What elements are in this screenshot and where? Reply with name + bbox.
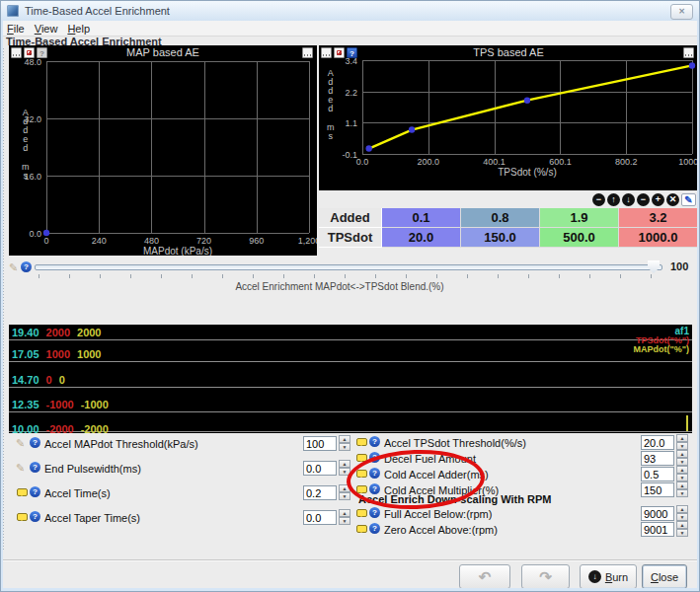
accel-tpsdot-threshold-s-spinner: ▲▼ [676, 434, 688, 451]
help-icon[interactable]: ? [369, 483, 380, 494]
curve-cell-added-3[interactable]: 3.2 [619, 208, 698, 228]
accel-tpsdot-threshold-s-spin-up[interactable]: ▲ [676, 434, 688, 442]
accel-tpsdot-threshold-s-input[interactable] [641, 435, 674, 450]
zero-accel-above-rpm-spin-up[interactable]: ▲ [676, 521, 688, 529]
decel-fuel-amount-spinner: ▲▼ [676, 450, 688, 467]
tpsdot-scale-value: -2000 [46, 423, 74, 433]
decrement-icon[interactable]: − [592, 193, 605, 206]
cold-accel-multiplier-spin-down[interactable]: ▼ [676, 489, 688, 497]
menu-bar: FileViewHelp [1, 21, 700, 37]
help-icon[interactable]: ? [30, 437, 40, 448]
graph-gridline [9, 339, 692, 340]
cold-accel-multiplier-input[interactable] [641, 482, 674, 497]
zoom-out-icon[interactable]: − [637, 193, 650, 206]
redo-button[interactable]: ↷ [521, 564, 570, 589]
decel-fuel-amount-spin-down[interactable]: ▼ [676, 458, 688, 466]
param-label-cold-accel-adder-ms: Cold Accel Adder(ms) [384, 469, 489, 481]
blend-slider-track[interactable] [35, 264, 662, 270]
tps-based-ae-chart[interactable]: TPS based AE ? 3.42.21.1-0.10.0200.0400.… [319, 45, 698, 190]
zoom-in-icon[interactable]: + [652, 193, 664, 206]
comment-bubble-icon [356, 485, 367, 493]
slider-tick [375, 274, 376, 278]
accel-tpsdot-threshold-s-spin-down[interactable]: ▼ [676, 442, 688, 450]
param-label-full-accel-below-rpm: Full Accel Below:(rpm) [384, 508, 492, 520]
curve-cell-tpsdot-3[interactable]: 1000.0 [619, 228, 698, 248]
pw-scale-value: 10.00 [12, 423, 39, 433]
help-icon[interactable]: ? [30, 511, 40, 522]
tpsdot-scale-value: -1000 [46, 399, 74, 410]
x-axis-title: MAPdot (kPa/s) [46, 246, 309, 256]
accel-time-s-input[interactable] [303, 485, 337, 500]
decel-fuel-amount-input[interactable] [641, 451, 674, 466]
menu-file[interactable]: File [7, 23, 25, 35]
shift-up-icon[interactable]: ↑ [607, 193, 620, 206]
cold-accel-multiplier-spin-up[interactable]: ▲ [676, 481, 688, 489]
help-icon[interactable]: ? [30, 462, 40, 473]
end-pulsewidth-ms-input[interactable] [303, 461, 337, 476]
x-axis-title: TPSdot (%/s) [362, 167, 692, 178]
cold-accel-adder-ms-input[interactable] [641, 467, 674, 481]
gridline [46, 233, 309, 234]
help-icon[interactable]: ? [369, 452, 380, 463]
graph-legend-tpsdot: TPSdot("%") [636, 335, 689, 345]
cold-accel-adder-ms-spin-down[interactable]: ▼ [676, 474, 688, 481]
curve-point[interactable] [689, 62, 695, 68]
zero-accel-above-rpm-spin-down[interactable]: ▼ [676, 529, 688, 537]
curve-cell-tpsdot-2[interactable]: 500.0 [540, 228, 619, 248]
frame-left [1, 21, 3, 591]
accel-time-s-spin-down[interactable]: ▼ [339, 492, 350, 500]
curve-point[interactable] [524, 98, 530, 104]
burn-button[interactable]: ↓ Burn [580, 564, 637, 589]
end-pulsewidth-ms-spin-down[interactable]: ▼ [339, 468, 350, 476]
slider-tick [130, 274, 131, 278]
help-icon[interactable]: ? [30, 486, 40, 497]
shift-down-icon[interactable]: ↓ [622, 193, 635, 206]
accel-mapdot-threshold-kpa-s-spin-up[interactable]: ▲ [339, 435, 350, 443]
accel-taper-time-s-input[interactable] [303, 510, 337, 525]
accel-mapdot-threshold-kpa-s-input[interactable] [303, 436, 337, 451]
accel-mapdot-threshold-kpa-s-spin-down[interactable]: ▼ [339, 443, 350, 451]
map-based-ae-chart[interactable]: MAP based AE ? 48.032.016.00.00240480720… [9, 45, 317, 256]
curve-cell-added-0[interactable]: 0.1 [382, 208, 461, 228]
full-accel-below-rpm-input[interactable] [641, 506, 674, 521]
help-icon[interactable]: ? [369, 468, 380, 479]
menu-help[interactable]: Help [67, 23, 90, 35]
accel-time-s-spin-up[interactable]: ▲ [339, 484, 350, 492]
curve-point[interactable] [43, 230, 49, 236]
slider-tick [528, 274, 529, 278]
cold-accel-adder-ms-spin-up[interactable]: ▲ [676, 466, 688, 474]
undo-button[interactable]: ↶ [459, 564, 510, 589]
help-icon[interactable]: ? [369, 436, 380, 447]
curve-cell-tpsdot-0[interactable]: 20.0 [382, 228, 461, 248]
close-button[interactable]: Close [642, 564, 687, 589]
curve-cell-added-2[interactable]: 1.9 [540, 208, 619, 228]
curve-point[interactable] [409, 126, 415, 132]
clear-icon[interactable]: ✕ [666, 193, 679, 206]
help-icon[interactable]: ? [369, 507, 380, 518]
x-tick-label: 1,200 [285, 236, 317, 246]
popout-icon[interactable] [302, 47, 313, 58]
app-icon [7, 5, 19, 17]
x-tick-label: 240 [75, 236, 122, 246]
decel-fuel-amount-spin-up[interactable]: ▲ [676, 450, 688, 458]
popout-icon[interactable] [683, 47, 694, 58]
tpsdot-scale-value: 0 [46, 374, 52, 386]
curve-cell-tpsdot-1[interactable]: 150.0 [461, 228, 540, 248]
y-axis-title: Addedms [327, 69, 335, 141]
burn-button-label: Burn [605, 571, 628, 583]
full-accel-below-rpm-spin-up[interactable]: ▲ [676, 505, 688, 513]
curve-point[interactable] [365, 145, 371, 151]
curve-cell-added-1[interactable]: 0.8 [461, 208, 540, 228]
gridline [362, 154, 692, 155]
accel-taper-time-s-spin-down[interactable]: ▼ [339, 517, 350, 525]
blend-slider-thumb[interactable] [648, 260, 660, 273]
help-icon[interactable]: ? [21, 261, 32, 272]
menu-view[interactable]: View [35, 23, 58, 35]
window-close-icon[interactable]: ✕ [670, 4, 693, 20]
accel-taper-time-s-spin-up[interactable]: ▲ [339, 509, 350, 517]
end-pulsewidth-ms-spin-up[interactable]: ▲ [339, 460, 350, 468]
help-icon[interactable]: ? [369, 523, 380, 534]
full-accel-below-rpm-spin-down[interactable]: ▼ [676, 513, 688, 521]
edit-pencil-icon[interactable]: ✎ [681, 193, 696, 206]
zero-accel-above-rpm-input[interactable] [641, 522, 674, 537]
